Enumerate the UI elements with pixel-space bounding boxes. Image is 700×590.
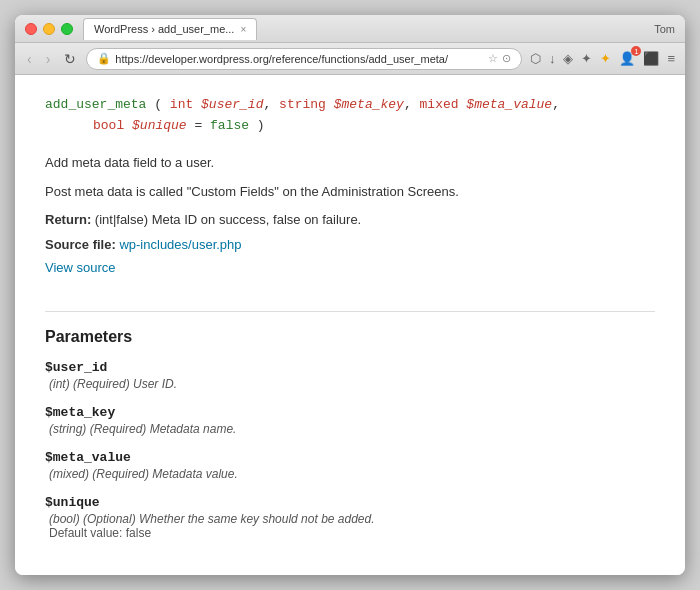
param-name: $user_id	[45, 360, 655, 375]
kw-mixed: mixed	[420, 97, 459, 112]
profile-icon[interactable]: 👤 1	[617, 50, 637, 67]
source-link[interactable]: wp-includes/user.php	[119, 237, 241, 252]
description-2: Post meta data is called "Custom Fields"…	[45, 182, 655, 202]
param-block: $unique(bool) (Optional) Whether the sam…	[45, 495, 655, 540]
address-bar[interactable]: 🔒 https://developer.wordpress.org/refere…	[86, 48, 522, 70]
param-description: (int) (Required) User ID.	[45, 377, 655, 391]
nav-right-icons: ⬡ ↓ ◈ ✦ ✦ 👤 1 ⬛ ≡	[528, 50, 677, 67]
minimize-button[interactable]	[43, 23, 55, 35]
var-unique: $unique	[132, 118, 187, 133]
reader-icon[interactable]: ⊙	[502, 52, 511, 65]
kw-bool: bool	[93, 118, 124, 133]
title-bar: WordPress › add_user_me... × Tom	[15, 15, 685, 43]
menu-icon[interactable]: ≡	[665, 50, 677, 67]
return-label: Return:	[45, 212, 91, 227]
extensions-icon[interactable]: ✦	[598, 50, 613, 67]
notification-badge: 1	[631, 46, 641, 56]
var-meta-key: $meta_key	[334, 97, 404, 112]
return-text: (int|false) Meta ID on success, false on…	[95, 212, 361, 227]
layers-icon[interactable]: ⬡	[528, 50, 543, 67]
browser-tab[interactable]: WordPress › add_user_me... ×	[83, 18, 257, 40]
param-block: $meta_value(mixed) (Required) Metadata v…	[45, 450, 655, 481]
view-source-link[interactable]: View source	[45, 260, 116, 275]
parameters-list: $user_id(int) (Required) User ID.$meta_k…	[45, 360, 655, 540]
param-description: (bool) (Optional) Whether the same key s…	[45, 512, 655, 526]
source-file: Source file: wp-includes/user.php	[45, 237, 655, 252]
nav-bar: ‹ › ↻ 🔒 https://developer.wordpress.org/…	[15, 43, 685, 75]
tab-close-icon[interactable]: ×	[240, 24, 246, 35]
param-name: $meta_key	[45, 405, 655, 420]
url-text: https://developer.wordpress.org/referenc…	[115, 53, 484, 65]
close-button[interactable]	[25, 23, 37, 35]
param-block: $meta_key(string) (Required) Metadata na…	[45, 405, 655, 436]
content-area: add_user_meta ( int $user_id, string $me…	[15, 75, 685, 575]
param-name: $meta_value	[45, 450, 655, 465]
title-bar-user: Tom	[654, 23, 675, 35]
tab-bar: WordPress › add_user_me... ×	[83, 18, 654, 40]
param-description: (string) (Required) Metadata name.	[45, 422, 655, 436]
var-meta-value: $meta_value	[466, 97, 552, 112]
param-description: (mixed) (Required) Metadata value.	[45, 467, 655, 481]
description-1: Add meta data field to a user.	[45, 153, 655, 173]
param-name: $unique	[45, 495, 655, 510]
kw-int: int	[170, 97, 193, 112]
address-icons: ☆ ⊙	[488, 52, 511, 65]
shield-icon[interactable]: ◈	[561, 50, 575, 67]
return-info: Return: (int|false) Meta ID on success, …	[45, 212, 655, 227]
traffic-lights	[25, 23, 73, 35]
source-label: Source file:	[45, 237, 116, 252]
puzzle-icon[interactable]: ✦	[579, 50, 594, 67]
kw-false: false	[210, 118, 249, 133]
tab-label: WordPress › add_user_me...	[94, 23, 234, 35]
arrow-down-icon[interactable]: ↓	[547, 50, 558, 67]
maximize-button[interactable]	[61, 23, 73, 35]
function-name: add_user_meta	[45, 97, 146, 112]
refresh-button[interactable]: ↻	[60, 49, 80, 69]
parameters-section-title: Parameters	[45, 328, 655, 346]
section-divider	[45, 311, 655, 312]
lock-icon: 🔒	[97, 52, 111, 65]
browser-window: WordPress › add_user_me... × Tom ‹ › ↻ 🔒…	[15, 15, 685, 575]
star-icon[interactable]: ☆	[488, 52, 498, 65]
param-default: Default value: false	[45, 526, 655, 540]
downloads-icon[interactable]: ⬛	[641, 50, 661, 67]
kw-string: string	[279, 97, 326, 112]
back-button[interactable]: ‹	[23, 49, 36, 69]
function-signature: add_user_meta ( int $user_id, string $me…	[45, 95, 655, 137]
param-block: $user_id(int) (Required) User ID.	[45, 360, 655, 391]
forward-button[interactable]: ›	[42, 49, 55, 69]
var-user-id: $user_id	[201, 97, 263, 112]
